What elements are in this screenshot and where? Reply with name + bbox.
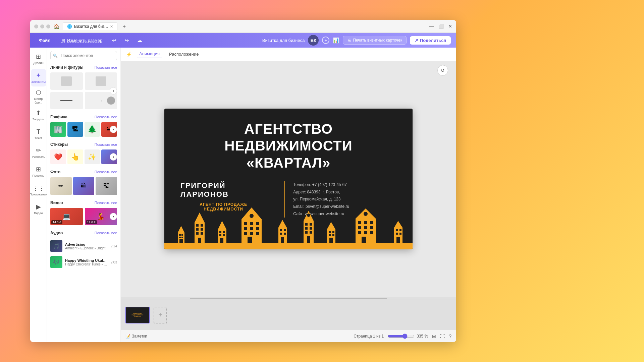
photo-2[interactable]: 🏛 (73, 177, 95, 195)
elements-icon: ✦ (36, 72, 41, 79)
zoom-slider[interactable] (388, 334, 415, 339)
svg-marker-73 (394, 221, 402, 228)
audio-section: Аудио Показать все 🎵 Advertising Ambient… (47, 229, 120, 274)
notes-btn[interactable]: 📝 Заметки (125, 334, 147, 339)
user-avatar[interactable]: ВК (308, 35, 319, 46)
draw-icon: ✏ (36, 147, 41, 154)
design-icon: ⊞ (36, 53, 41, 60)
card-phone: Телефон: +7 (497) 123-45-67 (293, 181, 396, 189)
photo-3[interactable]: 🏗 (96, 177, 117, 195)
elements-label: Элементы (31, 80, 46, 84)
audio-show-all[interactable]: Показать все (95, 231, 117, 235)
active-tab[interactable]: 🌐 Визитка для биз... ✕ (63, 22, 117, 30)
close-btn[interactable]: ✕ (448, 24, 452, 29)
graphics-more-btn[interactable]: › (110, 126, 117, 133)
svg-rect-58 (332, 234, 334, 236)
sidebar-item-uploads[interactable]: ⬆ Загрузки (31, 107, 46, 124)
svg-rect-34 (248, 237, 252, 243)
tab-position[interactable]: Расположение (167, 50, 201, 58)
audio-desc-2: Happy Childrens' Tunes • Bright •... (65, 262, 108, 266)
sticker-2[interactable]: 👆 (67, 149, 83, 164)
svg-rect-40 (280, 233, 282, 235)
stickers-show-all[interactable]: Показать все (95, 142, 117, 146)
uploads-label: Загрузки (32, 118, 44, 121)
project-name: Визитка для бизнеса (262, 38, 305, 43)
sidebar-item-video[interactable]: ▶ Видео (31, 200, 46, 218)
video-show-all[interactable]: Показать все (95, 201, 117, 205)
minimize-btn[interactable]: — (429, 24, 434, 29)
tab-title: Визитка для биз... (74, 24, 108, 29)
photos-show-all[interactable]: Показать все (95, 170, 117, 174)
print-btn[interactable]: 🖨 Печать визитных карточек (343, 36, 407, 45)
sidebar-item-draw[interactable]: ✏ Рисовать (31, 144, 46, 162)
svg-rect-20 (219, 234, 221, 236)
main-toolbar: Файл ⊞ Изменить размер ↩ ↪ ☁ Визитка для… (30, 33, 456, 48)
audio-info-2: Happy Whistling Ukulele Happy Childrens'… (65, 258, 108, 266)
audio-item-1[interactable]: 🎵 Advertising Ambient • Euphoric • Brigh… (50, 238, 117, 254)
resize-btn[interactable]: ⊞ Изменить размер (58, 37, 106, 44)
sidebar-item-design[interactable]: ⊞ Дизайн (31, 50, 46, 68)
fullscreen-btn[interactable]: ⛶ (440, 334, 445, 339)
lines-more-btn[interactable]: › (110, 87, 117, 95)
graphics-show-all[interactable]: Показать все (95, 115, 117, 119)
undo-btn[interactable]: ↩ (110, 37, 118, 44)
maximize-btn[interactable]: ⬜ (438, 24, 444, 29)
svg-rect-12 (201, 228, 203, 231)
save-btn[interactable]: ☁ (135, 37, 144, 44)
graphic-2[interactable]: 🏗 (67, 122, 83, 137)
tab-close-btn[interactable]: ✕ (110, 24, 113, 29)
canvas-workspace[interactable]: ↺ АГЕНТСТВО НЕДВИЖИМОСТИ «КВАРТАЛ» ГРИГО… (121, 61, 456, 297)
svg-marker-36 (278, 220, 287, 228)
card-address: Адрес: 848393, г. Ростов, (293, 189, 396, 196)
photos-title: Фото (50, 170, 60, 174)
svg-rect-80 (164, 243, 413, 249)
thumbnail-1[interactable]: АГЕНТСТВО НЕДВИЖИМОСТИ «КВАРТАЛ» (125, 307, 150, 323)
new-tab-btn[interactable]: + (121, 23, 128, 29)
audio-item-2[interactable]: 🎶 Happy Whistling Ukulele Happy Children… (50, 254, 117, 270)
scroll-bar[interactable] (121, 297, 456, 300)
sidebar-item-elements[interactable]: ✦ Элементы (31, 69, 46, 86)
svg-point-72 (364, 212, 368, 216)
zoom-level: 335 % (417, 334, 428, 339)
sidebar-item-apps[interactable]: ⋮⋮ Приложения (31, 182, 46, 199)
search-input[interactable] (50, 51, 117, 60)
audio-title: Аудио (50, 231, 63, 235)
home-icon[interactable]: 🏠 (54, 24, 59, 29)
add-page-btn[interactable]: + (154, 307, 167, 323)
tab-animation[interactable]: Анимация (137, 50, 162, 58)
graphics-grid: 🏢 🏗 🌲 🏛 (50, 122, 117, 137)
refresh-btn[interactable]: ↺ (437, 65, 448, 76)
redo-btn[interactable]: ↪ (122, 37, 131, 44)
stickers-more-btn[interactable]: › (110, 153, 117, 161)
window-controls[interactable] (34, 24, 50, 28)
dot3 (46, 24, 50, 28)
sidebar-item-text[interactable]: T Текст (31, 125, 46, 143)
video-more-btn[interactable]: › (110, 213, 117, 220)
sticker-1[interactable]: ❤️ (50, 149, 66, 164)
shape-arrow[interactable]: → (85, 92, 117, 109)
shape-line[interactable] (50, 92, 83, 109)
graphic-3[interactable]: 🌲 (85, 122, 100, 137)
menu-dot[interactable] (34, 24, 38, 28)
grid-view-btn[interactable]: ⊞ (432, 334, 436, 339)
business-card[interactable]: АГЕНТСТВО НЕДВИЖИМОСТИ «КВАРТАЛ» ГРИГОРИ… (164, 109, 413, 249)
file-menu-btn[interactable]: Файл (36, 37, 54, 44)
share-btn[interactable]: ↗ Поделиться (410, 36, 451, 45)
analytics-btn[interactable]: 📊 (333, 37, 339, 44)
lines-show-all[interactable]: Показать все (95, 65, 117, 69)
sidebar-item-brand[interactable]: ⬡ Центр бре... (31, 88, 46, 105)
add-collaborator-btn[interactable]: + (322, 37, 329, 44)
svg-rect-76 (399, 229, 401, 231)
photo-1[interactable]: ✏ (50, 177, 72, 195)
video-1[interactable]: 💻 14.0 € (50, 208, 83, 225)
graphic-1[interactable]: 🏢 (50, 122, 66, 137)
sticker-3[interactable]: ✨ (85, 149, 100, 164)
svg-rect-65 (358, 226, 361, 229)
apps-icon: ⋮⋮ (33, 184, 45, 192)
shape-rect-1[interactable] (50, 72, 83, 90)
svg-rect-3 (181, 234, 183, 236)
help-btn[interactable]: ? (449, 334, 451, 339)
win-controls[interactable]: — ⬜ ✕ (429, 24, 452, 29)
sidebar-item-projects[interactable]: ⊞ Проекты (31, 163, 46, 180)
lines-title: Линии и фигуры (50, 65, 84, 70)
